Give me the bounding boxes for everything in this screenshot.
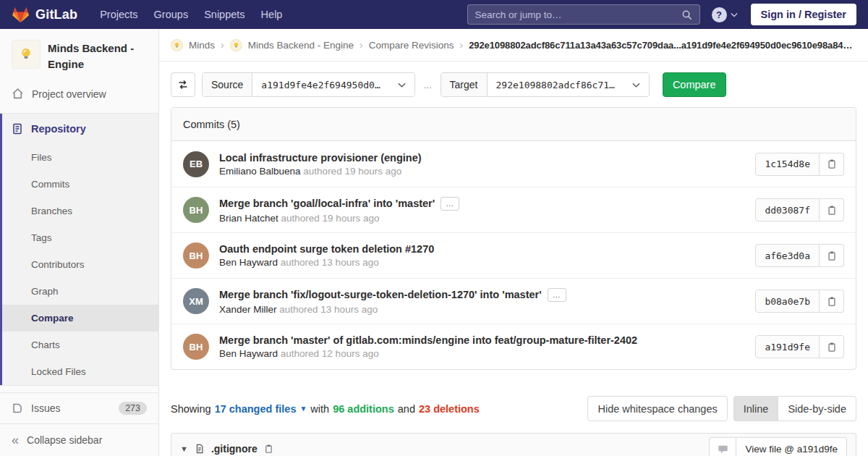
sidebar-item-branches[interactable]: Branches [0, 198, 158, 224]
commit-row: EB Local infrastructure provisioner (eng… [171, 141, 856, 187]
commit-meta: Ben Hayward authored 12 hours ago [219, 348, 745, 359]
showing-label: Showing [171, 403, 211, 415]
commit-authored-time: authored 13 hours ago [279, 304, 378, 315]
sidebar-item-issues[interactable]: Issues 273 [0, 392, 158, 423]
commit-title-link[interactable]: Merge branch 'master' of gitlab.com:mind… [219, 334, 637, 346]
hide-whitespace-button[interactable]: Hide whitespace changes [587, 396, 727, 421]
sidebar-item-repository[interactable]: Repository [0, 114, 158, 144]
copy-sha-button[interactable] [820, 290, 844, 313]
copy-sha-button[interactable] [820, 198, 844, 221]
deletions-count: 23 deletions [419, 403, 480, 415]
and-label: and [398, 403, 415, 415]
diff-stats-bar: Showing 17 changed files ▼ with 96 addit… [171, 396, 856, 421]
compare-button[interactable]: Compare [663, 72, 726, 97]
clipboard-icon [827, 296, 837, 307]
collapse-sidebar-button[interactable]: « Collapse sidebar [0, 423, 158, 456]
commit-author[interactable]: Xander Miller [219, 304, 277, 315]
commit-authored-time: authored 19 hours ago [281, 213, 380, 224]
target-ref-value: 292e1098802adcf86c71… [496, 80, 615, 90]
commit-author[interactable]: Brian Hatchet [219, 213, 278, 224]
commit-author[interactable]: Ben Hayward [219, 257, 278, 268]
commit-sha-group: b08a0e7b [755, 290, 844, 313]
copy-file-path-button[interactable] [264, 444, 273, 454]
diff-view-toggle-group: Inline Side-by-side [733, 396, 856, 421]
copy-sha-button[interactable] [820, 153, 844, 176]
project-avatar [12, 40, 41, 69]
top-navbar: GitLab Projects Groups Snippets Help ? S… [0, 0, 868, 29]
side-by-side-view-button[interactable]: Side-by-side [778, 396, 856, 421]
commit-sha-link[interactable]: b08a0e7b [755, 290, 820, 313]
sidebar-item-label: Repository [31, 123, 86, 135]
commit-title-link[interactable]: Merge branch 'fix/logout-surge-token-del… [219, 289, 542, 300]
search-input[interactable] [475, 9, 681, 20]
commit-author[interactable]: Emiliano Balbuena [219, 166, 301, 177]
sidebar-item-commits[interactable]: Commits [0, 171, 158, 198]
swap-revisions-button[interactable] [171, 72, 195, 97]
file-name[interactable]: .gitignore [211, 443, 258, 455]
commit-sha-link[interactable]: a191d9fe [755, 335, 820, 358]
sidebar-item-locked-files[interactable]: Locked Files [0, 358, 158, 385]
commit-author[interactable]: Ben Hayward [219, 348, 278, 359]
commit-row: BH Merge branch 'goal/local-infra' into … [171, 187, 856, 232]
project-title: Minds Backend - Engine [48, 40, 147, 72]
source-ref-dropdown[interactable]: a191d9fe4e2f694950d0… [252, 73, 414, 96]
file-icon [195, 443, 205, 455]
commit-row: BH Merge branch 'master' of gitlab.com:m… [171, 324, 856, 369]
sidebar-item-graph[interactable]: Graph [0, 278, 158, 305]
sign-in-register-button[interactable]: Sign in / Register [751, 4, 856, 25]
nav-link-snippets[interactable]: Snippets [196, 9, 252, 20]
view-file-button[interactable]: View file @ a191d9fe [736, 437, 847, 456]
sidebar-item-files[interactable]: Files [0, 144, 158, 171]
file-actions: View file @ a191d9fe [709, 437, 847, 456]
commit-sha-group: 1c154d8e [755, 153, 844, 176]
sidebar-item-charts[interactable]: Charts [0, 332, 158, 358]
target-ref-dropdown[interactable]: 292e1098802adcf86c71… [488, 73, 649, 96]
sidebar-item-contributors[interactable]: Contributors [0, 251, 158, 278]
sidebar-item-compare[interactable]: Compare [0, 305, 158, 332]
help-question-icon: ? [712, 7, 727, 22]
nav-link-help[interactable]: Help [253, 9, 291, 20]
breadcrumb-compare-revisions-link[interactable]: Compare Revisions [369, 40, 454, 51]
commit-sha-link[interactable]: af6e3d0a [755, 244, 820, 267]
help-dropdown[interactable]: ? [712, 7, 738, 22]
changed-files-dropdown[interactable]: 17 changed files [215, 403, 297, 415]
commit-info: Merge branch 'goal/local-infra' into 'ma… [219, 197, 745, 224]
toggle-comments-button[interactable] [709, 437, 736, 456]
source-label: Source [203, 73, 252, 96]
angle-double-left-icon: « [12, 434, 19, 447]
lightbulb-icon [174, 42, 180, 48]
nav-link-groups[interactable]: Groups [146, 9, 197, 20]
breadcrumb-project-link[interactable]: Minds Backend - Engine [248, 40, 354, 51]
search-icon [681, 9, 692, 20]
gitlab-home-link[interactable]: GitLab [12, 6, 77, 23]
breadcrumb-separator: › [359, 39, 363, 51]
caret-down-icon[interactable]: ▼ [299, 405, 307, 413]
collapse-file-caret-icon[interactable]: ▼ [180, 444, 188, 453]
commit-sha-link[interactable]: dd03087f [755, 198, 820, 221]
target-ref-group: Target 292e1098802adcf86c71… [441, 72, 650, 97]
copy-sha-button[interactable] [820, 244, 844, 267]
swap-arrows-icon [177, 79, 189, 90]
sidebar-item-tags[interactable]: Tags [0, 224, 158, 251]
breadcrumb-sha-range: 292e1098802adcf86c711a13a43a63c57c709daa… [469, 40, 856, 51]
sidebar-item-project-overview[interactable]: Project overview [0, 80, 158, 109]
nav-link-projects[interactable]: Projects [92, 9, 145, 20]
project-context-header[interactable]: Minds Backend - Engine [0, 29, 158, 80]
expand-commit-description-button[interactable]: … [441, 197, 459, 211]
commit-sha-link[interactable]: 1c154d8e [755, 153, 820, 176]
chevron-down-icon [398, 83, 406, 88]
main-content: Minds › Minds Backend - Engine › Compare… [159, 29, 868, 456]
breadcrumb-group-link[interactable]: Minds [189, 40, 215, 51]
expand-commit-description-button[interactable]: … [548, 288, 566, 302]
commit-meta: Ben Hayward authored 13 hours ago [219, 257, 745, 268]
commit-sha-group: a191d9fe [755, 335, 844, 358]
avatar: XM [183, 288, 209, 314]
commit-meta: Xander Miller authored 13 hours ago [219, 304, 745, 315]
inline-view-button[interactable]: Inline [733, 396, 778, 421]
commit-title-link[interactable]: Local infrastructure provisioner (engine… [219, 152, 422, 164]
commit-title-link[interactable]: Oauth endpoint surge token deletion #127… [219, 243, 434, 255]
comment-bubble-icon [718, 444, 728, 455]
commit-meta: Brian Hatchet authored 19 hours ago [219, 213, 745, 224]
commit-title-link[interactable]: Merge branch 'goal/local-infra' into 'ma… [219, 198, 435, 209]
copy-sha-button[interactable] [820, 335, 844, 358]
